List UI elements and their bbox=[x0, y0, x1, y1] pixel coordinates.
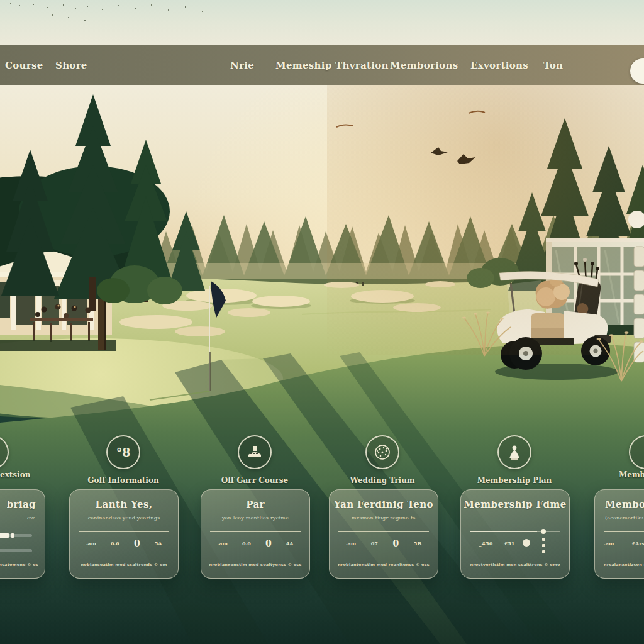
divider bbox=[338, 531, 429, 532]
slider-bar[interactable] bbox=[0, 549, 32, 552]
nav-item-shore[interactable]: Shore bbox=[55, 60, 87, 71]
card-title: Membo bbox=[605, 499, 644, 510]
trophy-figure-icon[interactable] bbox=[497, 435, 531, 469]
slider-handle[interactable] bbox=[541, 529, 546, 534]
divider bbox=[79, 553, 169, 553]
card-title: Par bbox=[201, 499, 309, 510]
stat-value-big: 0 bbox=[134, 538, 140, 548]
feature-label: Membership Plan bbox=[461, 476, 568, 485]
divider bbox=[210, 553, 301, 553]
card-yan-ferdinig-teno: Yan Ferdinig Teno mxsman tiugr reguna fa… bbox=[329, 489, 438, 579]
partial-circle-icon[interactable] bbox=[629, 435, 644, 469]
stat-value: £Ars bbox=[631, 540, 644, 547]
card-footer: nrcalanxetizcon men bbox=[604, 562, 644, 567]
partial-circle-icon[interactable] bbox=[0, 435, 9, 469]
feature-wedding-trium: Wedding Trium bbox=[329, 435, 436, 485]
card-membo: Membo (acanemortiku) E .am £Ars nrcalanx… bbox=[594, 489, 644, 579]
nav-item-memeship-thvration[interactable]: Memeship Thvration bbox=[275, 60, 389, 71]
stat-value: _#50 bbox=[479, 540, 492, 547]
stat-value: 07 bbox=[371, 540, 378, 547]
nav-item-course[interactable]: Course bbox=[5, 60, 43, 71]
golf-club-landing-page: Course Shore Nrie Memeship Thvration Mem… bbox=[0, 0, 644, 644]
stat-value: 0.0 bbox=[111, 540, 119, 547]
nav-item-exvortions[interactable]: Exvortions bbox=[470, 60, 528, 71]
card-stats: _#50 £51 bbox=[470, 536, 560, 550]
divider bbox=[604, 553, 644, 553]
nav-item-memborions[interactable]: Memborions bbox=[390, 60, 458, 71]
card-subtitle: caninandsas yeud yearings bbox=[74, 515, 174, 521]
dome-building-icon[interactable] bbox=[238, 435, 272, 469]
stat-value: .am bbox=[346, 540, 356, 547]
feature-label-membr: Membr bbox=[619, 470, 644, 479]
feature-label-extsion: extsion bbox=[0, 470, 30, 479]
card-footer: nrostvertistim men scalttrens © emo bbox=[466, 562, 564, 567]
stat-value: .am bbox=[218, 540, 228, 547]
nav-item-nrie[interactable]: Nrie bbox=[230, 60, 254, 71]
card-title: Membership Fdme bbox=[461, 499, 569, 510]
dome-building-glyph bbox=[246, 443, 264, 461]
stat-value-big: 0 bbox=[393, 538, 399, 548]
slider-fill[interactable] bbox=[0, 533, 9, 538]
card-stats: .am 07 0 5B bbox=[338, 536, 429, 550]
divider-slider-track[interactable] bbox=[470, 531, 560, 532]
card-footer: noblanseatim med scaltrends © em bbox=[75, 562, 173, 567]
number-8-icon[interactable]: °8 bbox=[106, 435, 140, 469]
slider-bar[interactable] bbox=[0, 534, 32, 537]
feature-golf-information: °8 Golf Information bbox=[70, 435, 177, 485]
feature-partial-right bbox=[629, 435, 644, 469]
stat-value-big: 0 bbox=[265, 538, 272, 548]
divider bbox=[210, 531, 301, 532]
number-8-glyph: °8 bbox=[116, 447, 131, 458]
dimpled-ball-glyph bbox=[373, 443, 392, 462]
card-sliders: briag ew ncatomene © es bbox=[0, 489, 45, 579]
main-nav: Course Shore Nrie Memeship Thvration Mem… bbox=[0, 45, 644, 86]
card-subtitle: (acanemortiku) E bbox=[605, 515, 644, 521]
stat-value: £51 bbox=[504, 540, 515, 547]
card-title: Lanth Yes, bbox=[70, 499, 178, 510]
divider bbox=[604, 531, 644, 532]
stat-value: 5B bbox=[414, 540, 421, 547]
card-footer: nroblanxenstim med soaltyenss © ess bbox=[206, 562, 304, 567]
nav-item-ton[interactable]: Ton bbox=[543, 60, 563, 71]
feature-label: Wedding Trium bbox=[329, 476, 436, 485]
card-footer: ncatomene © es bbox=[0, 562, 38, 567]
feature-off-garr-course: Off Garr Course bbox=[201, 435, 308, 485]
card-membership-fdme: Membership Fdme _#50 £51 nrostvertistim … bbox=[460, 489, 570, 579]
feature-label: Off Garr Course bbox=[201, 476, 308, 485]
sun-haze bbox=[327, 85, 644, 355]
card-subtitle: ew bbox=[27, 515, 35, 521]
stat-value: .am bbox=[604, 540, 614, 547]
profile-circle-icon[interactable] bbox=[630, 58, 644, 84]
stat-value: 5A bbox=[155, 540, 162, 547]
card-subtitle: mxsman tiugr reguna fa bbox=[333, 515, 434, 521]
top-strip bbox=[0, 0, 644, 45]
card-stats: .am 0.0 0 4A bbox=[210, 536, 301, 550]
card-stats: .am £Ars bbox=[604, 536, 644, 550]
card-title: Yan Ferdinig Teno bbox=[330, 499, 438, 510]
stat-value: 0.0 bbox=[242, 540, 251, 547]
divider bbox=[338, 553, 429, 553]
dimpled-ball-icon[interactable] bbox=[365, 435, 399, 469]
card-title: briag bbox=[7, 499, 36, 510]
card-stats: .am 0.0 0 5A bbox=[79, 536, 169, 550]
card-footer: nroblantenstim med reanltenss © ess bbox=[335, 562, 433, 567]
feature-label: Golf Information bbox=[70, 476, 177, 485]
speckle-dots bbox=[10, 3, 11, 4]
card-par: Par yan leay montlias ryeime .am 0.0 0 4… bbox=[201, 489, 310, 579]
trophy-figure-glyph bbox=[506, 443, 523, 461]
feature-membership-plan: Membership Plan bbox=[461, 435, 568, 485]
divider bbox=[79, 531, 169, 532]
divider bbox=[470, 553, 560, 553]
stat-value: 4A bbox=[286, 540, 294, 547]
feature-partial bbox=[0, 435, 9, 469]
card-subtitle: yan leay montlias ryeime bbox=[205, 515, 306, 521]
card-lanth-yes: Lanth Yes, caninandsas yeud yearings .am… bbox=[69, 489, 179, 579]
radio-dot[interactable] bbox=[523, 539, 530, 547]
stat-value: .am bbox=[86, 540, 96, 547]
